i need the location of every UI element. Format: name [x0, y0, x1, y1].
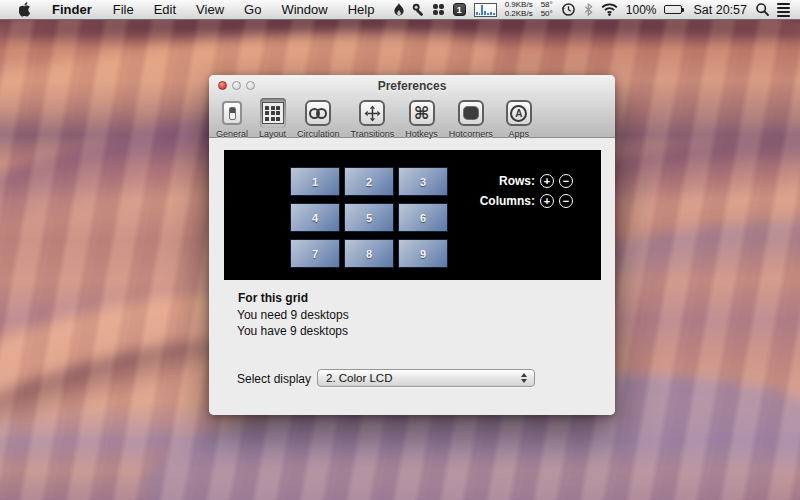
tab-hotcorners[interactable]: Hotcorners: [447, 97, 495, 140]
desktop-tile-5[interactable]: 5: [344, 203, 394, 232]
tab-layout[interactable]: Layout: [257, 97, 288, 140]
battery-icon[interactable]: [664, 5, 682, 14]
preferences-window: Preferences General Layout Circulation: [209, 75, 615, 415]
desktop-tile-3[interactable]: 3: [398, 167, 448, 196]
apple-menu[interactable]: [10, 0, 41, 19]
menu-bar: Finder FileEditViewGoWindowHelp 1 0.9KB/…: [0, 0, 800, 20]
apps-circle-icon: A: [506, 100, 532, 126]
menu-window[interactable]: Window: [271, 0, 337, 19]
temperature-readout[interactable]: 58° 50°: [541, 1, 553, 18]
desktop-tile-7[interactable]: 7: [290, 239, 340, 268]
flame-icon[interactable]: [394, 3, 404, 17]
display-popup-button[interactable]: 2. Color LCD: [317, 369, 535, 387]
hotcorners-screen-icon: [458, 100, 484, 126]
select-display-label: Select display: [237, 372, 311, 386]
network-speed[interactable]: 0.9KB/s 0.2KB/s: [505, 1, 533, 18]
title-bar[interactable]: Preferences: [209, 75, 615, 95]
layout-grid-icon: [262, 102, 284, 124]
tab-circulation[interactable]: Circulation: [295, 97, 342, 140]
desktops-have-text: You have 9 desktops: [237, 324, 348, 338]
desktop-tile-1[interactable]: 1: [290, 167, 340, 196]
columns-remove-button[interactable]: −: [559, 194, 573, 208]
notification-center-icon[interactable]: [777, 3, 790, 17]
menu-help[interactable]: Help: [338, 0, 385, 19]
columns-add-button[interactable]: +: [540, 194, 554, 208]
app-cluster-icon[interactable]: [433, 4, 445, 16]
command-key-icon: ⌘: [409, 100, 435, 126]
menu-edit[interactable]: Edit: [144, 0, 186, 19]
menu-items: FileEditViewGoWindowHelp: [103, 0, 385, 19]
time-machine-icon[interactable]: [561, 2, 576, 17]
desktop-grid: 123456789: [290, 167, 448, 268]
cpu-graph-icon[interactable]: [474, 3, 497, 17]
rows-label: Rows:: [499, 174, 535, 188]
preferences-toolbar: General Layout Circulation: [214, 95, 615, 138]
rows-remove-button[interactable]: −: [559, 174, 573, 188]
menu-finder[interactable]: Finder: [41, 0, 103, 19]
wifi-icon[interactable]: [601, 3, 618, 16]
desktop-tile-2[interactable]: 2: [344, 167, 394, 196]
tab-apps[interactable]: A Apps: [502, 97, 536, 140]
circulation-loop-icon: [305, 100, 331, 126]
menu-view[interactable]: View: [186, 0, 234, 19]
battery-percent: 100%: [626, 3, 657, 17]
window-chrome: Preferences General Layout Circulation: [209, 75, 615, 138]
spotlight-icon[interactable]: [756, 3, 769, 16]
display-popup-value: 2. Color LCD: [326, 372, 392, 384]
menu-file[interactable]: File: [103, 0, 144, 19]
apple-icon: [19, 2, 32, 17]
tab-general[interactable]: General: [214, 97, 250, 140]
desktops-needed-text: You need 9 desktops: [237, 308, 349, 322]
bluetooth-icon[interactable]: [584, 3, 593, 16]
desktop-tile-9[interactable]: 9: [398, 239, 448, 268]
grid-info-heading: For this grid: [238, 291, 308, 305]
transitions-arrows-icon: [359, 100, 385, 126]
desktop-tile-6[interactable]: 6: [398, 203, 448, 232]
menu-go[interactable]: Go: [234, 0, 271, 19]
tab-hotkeys[interactable]: ⌘ Hotkeys: [403, 97, 440, 140]
desktop-tile-8[interactable]: 8: [344, 239, 394, 268]
tab-transitions[interactable]: Transitions: [349, 97, 397, 140]
columns-label: Columns:: [480, 194, 535, 208]
columns-stepper: Columns: + −: [480, 194, 573, 208]
rows-add-button[interactable]: +: [540, 174, 554, 188]
popup-stepper-icon: [521, 373, 527, 383]
wrench-icon[interactable]: [412, 3, 425, 16]
grid-preview-panel: 123456789 Rows: + − Columns: + −: [224, 150, 601, 280]
desktop-tile-4[interactable]: 4: [290, 203, 340, 232]
badge-count-icon[interactable]: 1: [453, 3, 466, 16]
general-switch-icon: [222, 101, 242, 125]
layout-pane: 123456789 Rows: + − Columns: + − For thi…: [209, 139, 615, 415]
window-title: Preferences: [209, 79, 615, 93]
rows-stepper: Rows: + −: [499, 174, 573, 188]
menu-clock[interactable]: Sat 20:57: [692, 3, 748, 17]
